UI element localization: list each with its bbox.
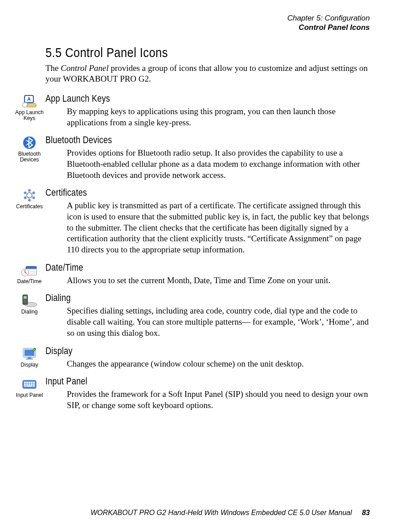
entry-dialing: Dialing Dialing Specifies dialing settin…	[13, 292, 370, 338]
date-time-icon	[20, 264, 38, 277]
certificates-icon	[22, 188, 37, 203]
app-launch-keys-icon: A	[21, 95, 38, 108]
item-title: Input Panel	[45, 375, 311, 387]
icon-label: Certificates	[13, 204, 45, 210]
section-intro: The Control Panel provides a group of ic…	[45, 63, 370, 85]
entry-input-panel: Input Panel Input Panel Provides the fra…	[13, 375, 370, 411]
icon-input-panel: Input Panel	[13, 375, 45, 411]
svg-point-11	[24, 192, 27, 194]
item-body: Specifies dialing settings, including ar…	[67, 305, 370, 338]
entry-app-launch-keys: A App Launch Keys App Launch Keys By map…	[13, 93, 370, 128]
item-body: Provides the framework for a Soft Input …	[67, 389, 370, 411]
icon-label: Date/Time	[13, 279, 45, 285]
entry-date-time: Date/Time Date/Time Allows you to set th…	[13, 262, 370, 286]
item-body: Allows you to set the current Month, Dat…	[67, 275, 370, 286]
item-title: Bluetooth Devices	[45, 134, 311, 146]
icon-date-time: Date/Time	[13, 262, 45, 286]
item-body: By mapping keys to applications using th…	[67, 106, 370, 128]
icon-label: Input Panel	[13, 392, 45, 398]
icon-app-launch-keys: A App Launch Keys	[13, 93, 45, 128]
svg-rect-41	[33, 385, 35, 387]
svg-rect-26	[28, 357, 31, 359]
svg-rect-36	[29, 384, 30, 385]
svg-rect-13	[26, 266, 37, 269]
input-panel-icon	[21, 378, 37, 390]
page-footer: WORKABOUT PRO G2 Hand-Held With Windows …	[90, 509, 370, 517]
svg-rect-22	[24, 296, 27, 299]
icon-label: Dialing	[13, 309, 45, 315]
entry-bluetooth-devices: Bluetooth Devices Bluetooth Devices Prov…	[13, 134, 370, 181]
svg-rect-2	[27, 103, 36, 107]
page-header: Chapter 5: Configuration Control Panel I…	[13, 13, 370, 33]
svg-rect-39	[24, 385, 26, 387]
item-title: Dialing	[45, 292, 311, 304]
svg-rect-30	[26, 382, 28, 383]
svg-rect-38	[33, 384, 35, 385]
svg-rect-31	[29, 382, 30, 383]
entry-certificates: Certificates Certificates A public key i…	[13, 187, 370, 255]
svg-point-10	[24, 197, 27, 199]
header-section: Control Panel Icons	[13, 23, 370, 32]
icon-label: Bluetooth Devices	[13, 151, 45, 163]
icon-bluetooth-devices: Bluetooth Devices	[13, 134, 45, 181]
icon-label: Display	[13, 362, 45, 368]
svg-point-6	[28, 189, 31, 192]
svg-point-8	[33, 197, 35, 199]
section-title: 5.5 Control Panel Icons	[45, 45, 321, 60]
svg-text:A: A	[27, 96, 31, 102]
svg-rect-29	[24, 382, 26, 383]
svg-rect-3	[23, 103, 27, 107]
svg-rect-34	[24, 384, 26, 385]
svg-point-5	[27, 193, 32, 198]
icon-dialing: Dialing	[13, 292, 45, 338]
svg-point-9	[28, 199, 31, 202]
svg-rect-27	[26, 359, 33, 359]
bluetooth-icon	[22, 136, 37, 150]
svg-rect-35	[26, 384, 28, 385]
page-number: 83	[362, 509, 370, 516]
svg-rect-32	[31, 382, 33, 383]
footer-text: WORKABOUT PRO G2 Hand-Held With Windows …	[90, 509, 352, 516]
dialing-icon	[21, 294, 38, 307]
svg-rect-37	[31, 384, 33, 385]
item-body: Provides options for Bluetooth radio set…	[67, 148, 370, 181]
display-icon	[21, 347, 37, 360]
item-body: Changes the appearance (window colour sc…	[67, 359, 370, 370]
page: Chapter 5: Configuration Control Panel I…	[0, 0, 401, 532]
header-chapter: Chapter 5: Configuration	[13, 13, 370, 23]
svg-rect-23	[24, 300, 27, 303]
item-title: App Launch Keys	[45, 93, 311, 104]
svg-rect-33	[33, 382, 35, 383]
icon-certificates: Certificates	[13, 187, 45, 255]
svg-rect-40	[26, 385, 33, 387]
entry-display: Display Display Changes the appearance (…	[13, 345, 370, 370]
item-title: Display	[45, 345, 311, 357]
svg-point-7	[33, 192, 35, 194]
item-title: Date/Time	[45, 262, 311, 273]
icon-label: App Launch Keys	[13, 110, 45, 121]
item-body: A public key is transmitted as part of a…	[67, 200, 370, 255]
item-title: Certificates	[45, 187, 311, 198]
icon-display: Display	[13, 345, 45, 370]
